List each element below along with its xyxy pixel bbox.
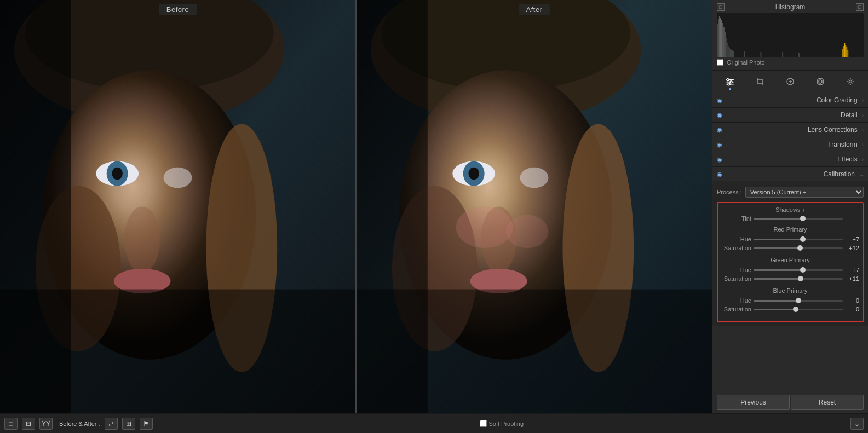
green-hue-row: Hue +7 [721, 267, 859, 273]
blue-sat-value: 0 [845, 306, 859, 313]
histogram-header: □ Histogram □ [717, 3, 864, 11]
red-sat-value: +12 [845, 245, 859, 251]
svg-rect-29 [357, 290, 712, 414]
svg-rect-13 [0, 290, 355, 414]
effects-eye[interactable]: ◉ [717, 156, 722, 163]
main-container: Before [0, 0, 868, 413]
before-image [0, 0, 355, 413]
original-photo-checkbox[interactable] [717, 59, 723, 66]
after-panel: After [357, 0, 712, 413]
red-hue-label: Hue [721, 236, 751, 243]
before-after-label: Before & After : [59, 420, 100, 427]
svg-point-9 [164, 168, 192, 188]
blue-sat-slider[interactable] [754, 309, 843, 310]
svg-rect-46 [744, 51, 745, 57]
effects-section: ◉ Effects [712, 152, 868, 167]
transform-header[interactable]: ◉ Transform [712, 137, 868, 152]
svg-point-26 [506, 215, 549, 248]
svg-rect-34 [721, 20, 722, 57]
green-sat-row: Saturation +11 [721, 275, 859, 282]
tint-label: Tint [721, 215, 751, 222]
color-grading-header[interactable]: ◉ Color Grading [712, 93, 868, 107]
calibration-content: Shadows ↑ Tint Red Primary [717, 202, 864, 322]
svg-rect-52 [844, 43, 845, 57]
lens-corrections-section: ◉ Lens Corrections [712, 123, 868, 137]
blue-sat-label: Saturation [721, 306, 751, 313]
bottom-toolbar: □ ⊟ YY Before & After : ⇄ ⊞ ⚑ Soft Proof… [0, 413, 868, 433]
blue-hue-value: 0 [845, 297, 859, 304]
process-row: Process : Version 5 (Current) ÷ [717, 184, 864, 202]
healing-tool-btn[interactable] [783, 74, 798, 89]
svg-rect-56 [728, 54, 728, 57]
svg-point-10 [124, 207, 160, 273]
green-sat-slider[interactable] [754, 278, 843, 280]
svg-rect-55 [847, 50, 848, 57]
swap-btn[interactable]: ⇄ [105, 418, 118, 430]
calibration-title: Calibration [725, 170, 859, 178]
detail-section: ◉ Detail [712, 108, 868, 123]
detail-title: Detail [725, 111, 862, 119]
svg-rect-38 [726, 38, 727, 57]
svg-rect-31 [718, 19, 719, 57]
svg-rect-36 [723, 27, 725, 57]
histogram-expand-btn[interactable]: □ [717, 3, 725, 11]
lens-corrections-title: Lens Corrections [725, 126, 862, 134]
svg-point-62 [727, 79, 729, 81]
blue-hue-row: Hue 0 [721, 297, 859, 304]
crop-tool-btn[interactable] [752, 74, 768, 89]
svg-point-23 [520, 168, 549, 188]
histogram-fullscreen-btn[interactable]: □ [856, 3, 864, 11]
svg-rect-58 [729, 54, 729, 57]
histogram-title: Histogram [775, 3, 806, 11]
settings-tool-btn[interactable] [843, 74, 858, 89]
green-primary-group: Green Primary Hue +7 Saturation [721, 257, 859, 282]
transform-eye[interactable]: ◉ [717, 141, 722, 148]
original-photo-row: Original Photo [717, 57, 864, 68]
copy-settings-btn[interactable]: ⊞ [122, 418, 135, 430]
transform-chevron [862, 142, 864, 148]
blue-hue-slider[interactable] [754, 300, 843, 302]
soft-proofing-row: Soft Proofing [480, 420, 524, 427]
red-sat-slider[interactable] [754, 247, 843, 249]
view-mode-yx[interactable]: YY [39, 418, 53, 430]
red-primary-title: Red Primary [721, 226, 859, 233]
svg-rect-51 [843, 46, 844, 57]
view-mode-btn-2[interactable]: ⊟ [22, 418, 35, 430]
effects-chevron [862, 157, 864, 163]
reset-button[interactable]: Reset [791, 395, 864, 410]
svg-rect-45 [733, 51, 734, 57]
flag-btn[interactable]: ⚑ [140, 418, 153, 430]
svg-point-8 [112, 168, 122, 180]
after-image [357, 0, 712, 413]
calibration-header[interactable]: ◉ Calibration [712, 167, 868, 181]
svg-rect-44 [732, 50, 733, 57]
detail-header[interactable]: ◉ Detail [712, 108, 868, 122]
masking-tool-btn[interactable] [813, 74, 828, 89]
green-primary-title: Green Primary [721, 257, 859, 263]
effects-header[interactable]: ◉ Effects [712, 152, 868, 166]
blue-sat-row: Saturation 0 [721, 306, 859, 313]
svg-rect-30 [717, 24, 718, 57]
original-photo-label: Original Photo [727, 59, 765, 66]
svg-rect-32 [719, 16, 720, 57]
color-grading-eye[interactable]: ◉ [717, 97, 722, 104]
scroll-down-btn[interactable]: ⌄ [850, 418, 864, 430]
view-mode-btn-1[interactable]: □ [4, 418, 18, 430]
svg-point-63 [730, 81, 732, 83]
red-hue-slider[interactable] [754, 239, 843, 240]
calibration-chevron [859, 171, 864, 177]
green-hue-slider[interactable] [754, 269, 843, 271]
sliders-tool-btn[interactable] [722, 74, 738, 89]
soft-proofing-checkbox[interactable] [480, 420, 487, 427]
svg-point-25 [456, 207, 513, 249]
previous-button[interactable]: Previous [717, 395, 790, 410]
tint-slider[interactable] [754, 218, 843, 220]
calibration-eye[interactable]: ◉ [717, 171, 722, 178]
detail-eye[interactable]: ◉ [717, 112, 722, 119]
lens-corrections-header[interactable]: ◉ Lens Corrections [712, 123, 868, 137]
svg-rect-48 [782, 52, 783, 57]
right-panel-scroll[interactable]: □ Histogram □ [712, 0, 868, 391]
svg-rect-54 [846, 47, 847, 57]
lens-corrections-eye[interactable]: ◉ [717, 126, 722, 134]
process-select[interactable]: Version 5 (Current) ÷ [745, 187, 864, 198]
